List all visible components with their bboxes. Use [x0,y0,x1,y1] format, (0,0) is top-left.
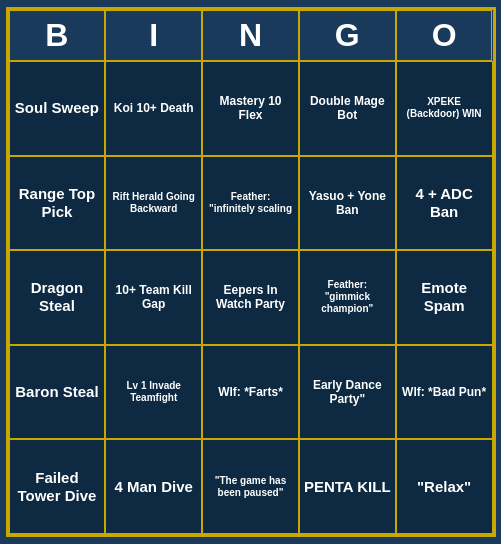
cell-17[interactable]: Wlf: *Farts* [202,345,299,440]
cell-15[interactable]: Baron Steal [9,345,106,440]
cell-4[interactable]: XPEKE (Backdoor) WIN [396,61,493,156]
cell-8[interactable]: Yasuo + Yone Ban [299,156,396,251]
cell-21[interactable]: 4 Man Dive [105,439,202,534]
header-n: N [202,10,299,61]
cell-16[interactable]: Lv 1 Invade Teamfight [105,345,202,440]
header-o: O [396,10,493,61]
cell-23[interactable]: PENTA KILL [299,439,396,534]
cell-6[interactable]: Rift Herald Going Backward [105,156,202,251]
cell-18[interactable]: Early Dance Party" [299,345,396,440]
cell-20[interactable]: Failed Tower Dive [9,439,106,534]
header-g: G [299,10,396,61]
cell-19[interactable]: Wlf: *Bad Pun* [396,345,493,440]
header-b: B [9,10,106,61]
cell-1[interactable]: Koi 10+ Death [105,61,202,156]
cell-13[interactable]: Feather: "gimmick champion" [299,250,396,345]
cell-0[interactable]: Soul Sweep [9,61,106,156]
bingo-card: B I N G O Soul Sweep Koi 10+ Death Maste… [6,7,496,537]
cell-24[interactable]: "Relax" [396,439,493,534]
header-i: I [105,10,202,61]
cell-2[interactable]: Mastery 10 Flex [202,61,299,156]
cell-10[interactable]: Dragon Steal [9,250,106,345]
cell-5[interactable]: Range Top Pick [9,156,106,251]
bingo-header: B I N G O [9,10,493,61]
cell-11[interactable]: 10+ Team Kill Gap [105,250,202,345]
cell-14[interactable]: Emote Spam [396,250,493,345]
cell-7[interactable]: Feather: "infinitely scaling [202,156,299,251]
cell-9[interactable]: 4 + ADC Ban [396,156,493,251]
bingo-grid: Soul Sweep Koi 10+ Death Mastery 10 Flex… [9,61,493,534]
cell-22[interactable]: "The game has been paused" [202,439,299,534]
cell-12[interactable]: Eepers In Watch Party [202,250,299,345]
cell-3[interactable]: Double Mage Bot [299,61,396,156]
